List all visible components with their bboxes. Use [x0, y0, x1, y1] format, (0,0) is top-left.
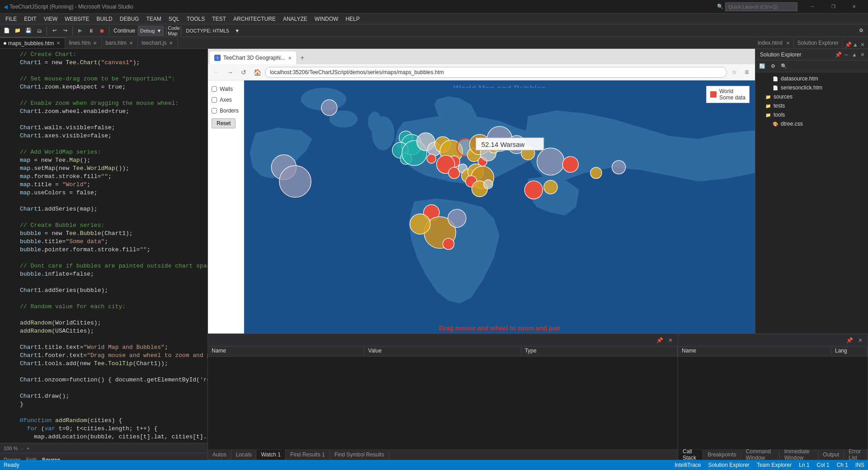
tab-teechart[interactable]: teechart.js ✕ — [138, 38, 178, 48]
axes-option[interactable]: Axes — [208, 95, 244, 105]
close-right-button[interactable]: ✕ — [859, 41, 866, 48]
open-button[interactable]: 📁 — [13, 26, 23, 36]
menu-tools[interactable]: TOOLS — [183, 15, 208, 23]
tab-close-1[interactable]: ✕ — [92, 41, 98, 46]
se-properties[interactable]: ⚙ — [768, 61, 778, 71]
browser-menu-button[interactable]: ≡ — [741, 67, 752, 78]
se-item-sources[interactable]: 📁 sources — [755, 92, 868, 101]
debug-dropdown[interactable]: Debug ▼ — [138, 26, 164, 36]
nav-home[interactable]: 🏠 — [251, 66, 263, 78]
nav-back[interactable]: ← — [211, 66, 222, 78]
tab-find-results[interactable]: Find Results 1 — [286, 450, 330, 460]
chart-area[interactable]: World Map and Bubbles — [244, 80, 755, 334]
save-button[interactable]: 💾 — [24, 26, 33, 36]
se-refresh[interactable]: 🔄 — [757, 61, 767, 71]
tab-locals[interactable]: Locals — [231, 450, 257, 460]
se-item-seriesonclick[interactable]: 📄 seriesonclick.htm — [755, 83, 868, 92]
menu-debug[interactable]: DEBUG — [116, 15, 143, 23]
tab-watch1[interactable]: Watch 1 — [256, 450, 286, 460]
menu-website[interactable]: WEBSITE — [61, 15, 93, 23]
tab-autos[interactable]: Autos — [208, 450, 231, 460]
tab-output[interactable]: Output — [818, 450, 844, 460]
dropdown-arrow2[interactable]: ▼ — [232, 26, 242, 36]
tab-close-0[interactable]: ✕ — [56, 41, 61, 46]
save-all-button[interactable]: 🗂 — [34, 26, 44, 36]
solution-explorer-status[interactable]: Solution Explorer — [708, 462, 749, 468]
menu-view[interactable]: VIEW — [40, 15, 61, 23]
tab-error-list[interactable]: Error List — [844, 450, 868, 460]
doctype-button[interactable]: DOCTYPE: HTML5 — [184, 26, 231, 36]
menu-build[interactable]: BUILD — [93, 15, 116, 23]
watch-panel-close[interactable]: ✕ — [667, 337, 674, 344]
new-tab-button[interactable]: + — [296, 52, 309, 64]
menu-sql[interactable]: SQL — [165, 15, 183, 23]
menu-analyze[interactable]: ANALYZE — [279, 15, 311, 23]
minimize-button[interactable]: ─ — [802, 0, 823, 14]
close-button[interactable]: ✕ — [844, 0, 864, 14]
tab-close-2[interactable]: ✕ — [128, 41, 134, 46]
settings-button[interactable]: ⚙ — [856, 26, 866, 36]
source-tab[interactable]: Source — [42, 457, 61, 461]
undo-button[interactable]: ↩ — [49, 26, 59, 36]
new-project-button[interactable]: 📄 — [2, 26, 12, 36]
se-minimize-button[interactable]: ─ — [843, 51, 850, 58]
design-tab[interactable]: Design — [4, 457, 20, 461]
borders-checkbox[interactable] — [212, 108, 217, 113]
se-item-dtree[interactable]: 🎨 dtree.css — [755, 119, 868, 128]
tab-bars[interactable]: bars.htm ✕ — [102, 38, 138, 48]
menu-help[interactable]: HELP — [342, 15, 363, 23]
tab-breakpoints[interactable]: Breakpoints — [703, 450, 741, 460]
se-pin-button[interactable]: 📌 — [835, 51, 842, 58]
tab-find-symbol[interactable]: Find Symbol Results — [330, 450, 389, 460]
cs-panel-close[interactable]: ✕ — [857, 337, 864, 344]
menu-test[interactable]: TEST — [208, 15, 230, 23]
tab-immediate-window[interactable]: Immediate Window — [780, 450, 819, 460]
nav-refresh[interactable]: ↺ — [238, 66, 250, 78]
zoom-plus[interactable]: + — [27, 446, 29, 451]
tab-close-3[interactable]: ✕ — [168, 41, 174, 46]
browser-tab-close[interactable]: ✕ — [288, 56, 292, 61]
menu-architecture[interactable]: ARCHITECTURE — [230, 15, 279, 23]
zoom-minus[interactable]: - — [21, 446, 23, 451]
split-tab[interactable]: Split — [26, 457, 36, 461]
menu-window[interactable]: WINDOW — [311, 15, 342, 23]
tab-maps-bubbles[interactable]: maps_bubbles.htm ✕ — [0, 38, 65, 48]
run-button[interactable]: ▶ — [75, 26, 85, 36]
reset-button[interactable]: Reset — [212, 118, 236, 128]
tab-callstack[interactable]: Call Stack — [678, 450, 703, 460]
maximize-button[interactable]: ▲ — [852, 41, 859, 48]
tab-command-window[interactable]: Command Window — [741, 450, 780, 460]
se-filter[interactable]: 🔍 — [779, 61, 789, 71]
codemap-button[interactable]: Code Map — [169, 26, 179, 36]
se-expand-button[interactable]: ▲ — [851, 51, 858, 58]
se-item-datasource[interactable]: 📄 datasource.htm — [755, 74, 868, 83]
menu-file[interactable]: FILE — [2, 15, 20, 23]
pin-button[interactable]: 📌 — [844, 41, 852, 48]
walls-checkbox[interactable] — [212, 86, 217, 92]
quick-launch-input[interactable] — [725, 2, 797, 11]
nav-forward[interactable]: → — [224, 66, 236, 78]
menu-edit[interactable]: EDIT — [20, 15, 40, 23]
intelli-trace[interactable]: IntelliTrace — [675, 462, 701, 468]
watch-panel-pin[interactable]: 📌 — [656, 337, 663, 344]
code-scroll[interactable]: // Create Chart: Chart1 = new Tee.Chart(… — [0, 49, 208, 443]
redo-button[interactable]: ↪ — [60, 26, 70, 36]
restore-button[interactable]: ❐ — [823, 0, 844, 14]
se-close-button[interactable]: ✕ — [859, 51, 866, 58]
cs-panel-pin[interactable]: 📌 — [846, 337, 853, 344]
menu-team[interactable]: TEAM — [142, 15, 165, 23]
se-item-tests[interactable]: 📁 tests — [755, 101, 868, 110]
walls-option[interactable]: Walls — [208, 84, 244, 94]
tab-index-html[interactable]: index.html ✕ — [754, 38, 794, 48]
axes-checkbox[interactable] — [212, 97, 217, 103]
tab-solution-explorer[interactable]: Solution Explorer — [794, 38, 843, 48]
pause-button[interactable]: ⏸ — [86, 26, 96, 36]
bookmark-button[interactable]: ☆ — [729, 67, 740, 78]
team-explorer-status[interactable]: Team Explorer — [757, 462, 792, 468]
se-item-tools[interactable]: 📁 tools — [755, 110, 868, 119]
borders-option[interactable]: Borders — [208, 106, 244, 116]
index-tab-close[interactable]: ✕ — [786, 41, 790, 46]
browser-tab-active[interactable]: T TeeChart 3D Geographi... ✕ — [210, 52, 296, 64]
tab-lines[interactable]: lines.htm ✕ — [65, 38, 102, 48]
stop-button[interactable]: ⏹ — [97, 26, 107, 36]
